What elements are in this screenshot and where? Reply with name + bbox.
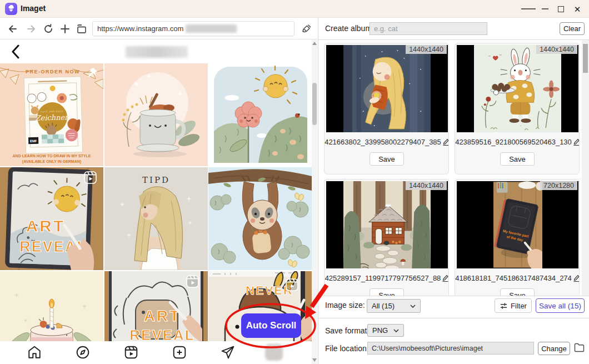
forward-button[interactable]	[25, 23, 37, 35]
dimension-badge: 1440x1440	[406, 181, 447, 190]
back-button[interactable]	[7, 23, 19, 35]
results-scrollbar[interactable]	[582, 40, 589, 296]
browser-scrollbar-thumb[interactable]	[312, 83, 317, 125]
folder-icon[interactable]	[574, 343, 585, 352]
create-post-icon[interactable]	[172, 345, 187, 360]
file-location-row: File location: Change	[318, 341, 589, 356]
image-card[interactable]: 1440x1440	[324, 43, 449, 174]
image-thumbnail[interactable]	[326, 45, 448, 132]
chevron-down-icon	[410, 305, 416, 308]
download-panel: Create album: Clear 1440x1440	[318, 18, 589, 364]
file-location-input[interactable]	[367, 342, 534, 355]
dimension-badge: 1440x1440	[536, 45, 577, 54]
url-text: https://www.instagram.com	[97, 24, 183, 33]
edit-filename-icon[interactable]	[442, 274, 449, 283]
tile-art2-text-1: ART	[143, 307, 181, 325]
tile-book-caption2: (AVAILABLE ONLY IN GERMAN)	[22, 159, 81, 164]
menu-icon[interactable]	[521, 0, 536, 18]
image-card[interactable]: 720x1280	[455, 179, 580, 296]
chevron-down-icon	[393, 329, 399, 332]
image-thumbnail[interactable]: ~	[457, 45, 578, 132]
tile-tipd-title: TIPD	[142, 175, 169, 185]
reels-icon	[286, 279, 298, 291]
tile-book-title: Zeichnen	[35, 113, 69, 122]
save-all-button[interactable]: Save all (15)	[536, 298, 585, 313]
reels-icon	[84, 172, 96, 183]
divider	[318, 318, 589, 318]
save-button[interactable]: Save	[500, 152, 535, 166]
svg-text:~: ~	[520, 124, 521, 127]
messages-icon[interactable]	[221, 345, 235, 360]
instagram-header	[0, 39, 312, 63]
edit-filename-icon[interactable]	[573, 138, 580, 147]
new-tab-button[interactable]	[59, 23, 71, 35]
reels-nav-icon[interactable]	[124, 345, 138, 360]
results-scrollbar-thumb[interactable]	[583, 44, 588, 73]
image-card[interactable]: 1440x1440	[324, 179, 449, 296]
save-format-select[interactable]: PNG	[367, 324, 404, 337]
refresh-button[interactable]	[42, 23, 54, 35]
filename: 418618181_745186317487434_274	[455, 274, 580, 283]
scroll-down-arrow[interactable]	[312, 358, 317, 362]
grid-tile-book-promo[interactable]: PRE-ORDER NOW CUTE AND EASY Zeichne	[0, 63, 103, 166]
image-thumbnail[interactable]: My favorite part of the day	[457, 181, 578, 268]
maximize-button[interactable]	[553, 0, 568, 18]
auto-scroll-button[interactable]: Auto Scroll	[241, 313, 301, 338]
tabs-icon[interactable]	[76, 23, 88, 35]
clear-button[interactable]: Clear	[560, 22, 585, 35]
home-icon[interactable]	[27, 345, 42, 360]
grid-tile-flower-sun[interactable]	[208, 63, 312, 166]
filename: 423859516_921800569520463_130	[455, 138, 580, 147]
grid-tile-art-reveal-video[interactable]: ART REVEAL	[0, 167, 103, 270]
filter-button[interactable]: Filter	[495, 298, 532, 313]
app-title: Imaget	[21, 4, 46, 13]
minimize-button[interactable]	[538, 0, 552, 18]
url-blurred-suffix	[186, 24, 237, 33]
grid-tile-cup[interactable]	[104, 63, 208, 166]
browser-toolbar: https://www.instagram.com	[0, 18, 318, 39]
filter-sliders-icon	[500, 302, 508, 310]
grid-tile-tipd-girl[interactable]: TIPD	[104, 167, 208, 270]
image-thumbnail[interactable]	[326, 181, 448, 268]
tile-art2-text-2: REVEAL	[129, 327, 194, 341]
dimension-badge: 720x1280	[540, 181, 577, 190]
profile-avatar-blurred[interactable]	[265, 344, 283, 361]
change-button[interactable]: Change	[538, 342, 570, 355]
save-button[interactable]: Save	[370, 288, 404, 296]
reels-icon	[187, 276, 198, 287]
titlebar: Imaget ✕	[0, 0, 589, 18]
explore-icon[interactable]	[76, 345, 90, 360]
image-card[interactable]: 1440x1440	[455, 43, 580, 174]
url-input[interactable]: https://www.instagram.com	[92, 21, 294, 36]
instagram-grid: PRE-ORDER NOW CUTE AND EASY Zeichne	[0, 63, 312, 341]
edit-filename-icon[interactable]	[442, 138, 449, 147]
grid-tile-sloth[interactable]	[208, 167, 312, 270]
grid-tile-cake[interactable]	[0, 271, 103, 341]
file-location-label: File location:	[325, 344, 369, 353]
divider	[318, 296, 589, 296]
username-blurred	[126, 46, 188, 58]
filename: 425289157_1199717797756527_88	[325, 274, 449, 283]
tile-book-publisher: EMF	[30, 139, 37, 143]
save-format-label: Save format:	[325, 326, 369, 335]
filename: 421663802_339958002279407_385	[325, 138, 449, 147]
browser-pane: https://www.instagram.com	[0, 18, 318, 364]
scroll-up-arrow[interactable]	[312, 42, 317, 45]
clean-broom-icon[interactable]	[301, 23, 313, 35]
close-button[interactable]: ✕	[570, 0, 585, 18]
instagram-bottom-nav	[0, 341, 312, 364]
imaget-window: Imaget ✕ https://www.instagram.com	[0, 0, 589, 364]
browser-scrollbar[interactable]	[312, 39, 317, 364]
dimension-badge: 1440x1440	[406, 45, 447, 54]
image-size-select[interactable]: All (15)	[367, 299, 421, 313]
app-logo-icon	[5, 3, 17, 15]
save-button[interactable]: Save	[370, 152, 404, 166]
tile-book-header: PRE-ORDER NOW	[26, 69, 80, 74]
instagram-back-icon[interactable]	[10, 44, 22, 59]
create-album-input[interactable]	[370, 22, 487, 35]
grid-tile-art-reveal-closeup[interactable]: ART REVEAL	[104, 271, 208, 341]
tile-art-text-1: ART	[26, 217, 66, 235]
edit-filename-icon[interactable]	[573, 274, 580, 283]
save-format-row: Save format: PNG	[318, 323, 589, 338]
save-button[interactable]: Save	[500, 288, 535, 296]
